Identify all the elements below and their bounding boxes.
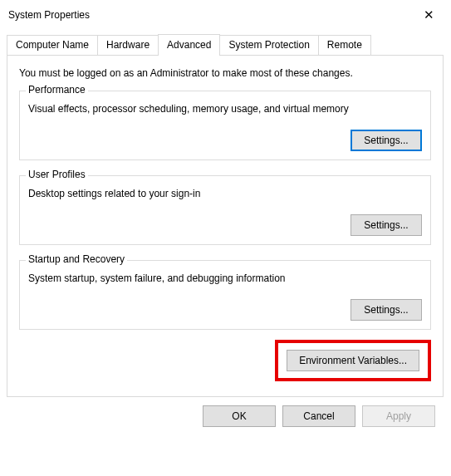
tab-computer-name[interactable]: Computer Name <box>7 35 98 56</box>
cancel-button[interactable]: Cancel <box>282 405 355 427</box>
user-profiles-settings-button[interactable]: Settings... <box>351 214 422 236</box>
dialog-button-row: OK Cancel Apply <box>7 397 444 427</box>
group-performance: Performance Visual effects, processor sc… <box>19 91 431 160</box>
tab-system-protection[interactable]: System Protection <box>219 35 318 56</box>
group-startup-recovery: Startup and Recovery System startup, sys… <box>19 260 431 330</box>
close-icon[interactable]: ✕ <box>417 6 441 24</box>
titlebar: System Properties ✕ <box>0 0 451 30</box>
performance-settings-button[interactable]: Settings... <box>351 130 422 151</box>
group-startup-recovery-text: System startup, system failure, and debu… <box>28 272 422 284</box>
window-title: System Properties <box>8 9 90 21</box>
dialog-body: Computer Name Hardware Advanced System P… <box>0 30 451 435</box>
group-startup-recovery-title: Startup and Recovery <box>26 253 127 265</box>
admin-warning-text: You must be logged on as an Administrato… <box>19 67 431 79</box>
highlight-annotation: Environment Variables... <box>275 340 431 381</box>
startup-recovery-settings-button[interactable]: Settings... <box>351 299 422 321</box>
group-performance-text: Visual effects, processor scheduling, me… <box>28 103 422 115</box>
environment-variables-row: Environment Variables... <box>19 340 431 381</box>
apply-button: Apply <box>362 405 435 427</box>
tab-hardware[interactable]: Hardware <box>97 35 159 56</box>
tab-remote[interactable]: Remote <box>318 35 371 56</box>
environment-variables-button[interactable]: Environment Variables... <box>287 350 419 371</box>
group-user-profiles-text: Desktop settings related to your sign-in <box>28 188 422 199</box>
tab-panel-advanced: You must be logged on as an Administrato… <box>7 55 444 397</box>
tab-advanced[interactable]: Advanced <box>158 34 220 56</box>
tab-strip: Computer Name Hardware Advanced System P… <box>7 33 444 55</box>
group-user-profiles-title: User Profiles <box>26 169 88 180</box>
group-user-profiles: User Profiles Desktop settings related t… <box>19 175 431 245</box>
group-performance-title: Performance <box>26 84 88 96</box>
ok-button[interactable]: OK <box>203 405 276 427</box>
